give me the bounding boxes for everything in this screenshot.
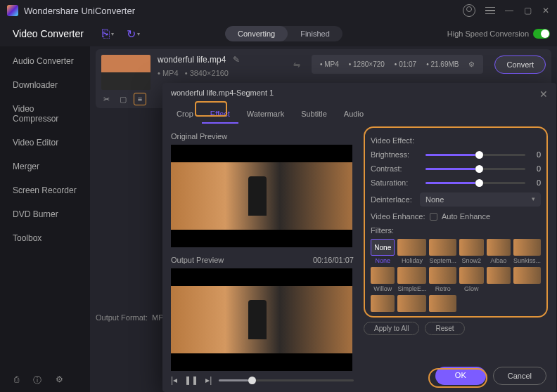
apply-to-all-button[interactable]: Apply to All — [364, 322, 419, 335]
contrast-label: Contrast: — [371, 164, 420, 173]
filter-aibao[interactable]: Aibao — [487, 239, 511, 264]
output-size: 21.69MB — [430, 60, 459, 68]
output-format-label: Output Format: — [96, 313, 148, 322]
help-icon[interactable]: ⎙ — [14, 374, 19, 386]
play-pause-icon[interactable]: ❚❚ — [184, 375, 198, 385]
menu-icon[interactable] — [485, 7, 495, 15]
output-settings[interactable]: • MP4 • 1280×720 • 01:07 • 21.69MB ⚙ — [312, 55, 484, 74]
filter-item[interactable] — [371, 295, 395, 313]
saturation-slider[interactable] — [425, 182, 525, 184]
input-format: MP4 — [162, 69, 179, 77]
sidebar-item-screen-recorder[interactable]: Screen Recorder — [0, 178, 90, 202]
sidebar-item-downloader[interactable]: Downloader — [0, 73, 90, 97]
video-thumbnail[interactable] — [101, 55, 151, 90]
modal-title: wonderful life.mp4-Segment 1 — [171, 89, 274, 100]
effect-modal: wonderful life.mp4-Segment 1 ✕ Crop Effe… — [162, 83, 556, 392]
hsc-toggle[interactable] — [533, 29, 550, 39]
contrast-value: 0 — [531, 164, 541, 173]
output-resolution: 1280×720 — [353, 60, 385, 68]
swap-icon[interactable]: ⇋ — [293, 60, 300, 70]
gear-icon[interactable]: ⚙ — [468, 60, 475, 68]
tab-converting[interactable]: Converting — [225, 26, 288, 41]
app-title: Wondershare UniConverter — [24, 6, 463, 16]
sidebar-item-video-editor[interactable]: Video Editor — [0, 131, 90, 155]
cancel-button[interactable]: Cancel — [493, 367, 546, 385]
ok-button[interactable]: OK — [435, 367, 486, 385]
download-button[interactable]: ↻▾ — [125, 26, 141, 41]
contrast-slider[interactable] — [425, 168, 525, 170]
output-preview — [171, 268, 352, 371]
filter-glow[interactable]: Glow — [459, 267, 483, 292]
settings-icon[interactable]: ⚙ — [56, 374, 63, 386]
filter-simplee[interactable]: SimpleE... — [397, 267, 426, 292]
filter-item[interactable] — [397, 295, 426, 313]
next-frame-icon[interactable]: ▸| — [205, 375, 212, 385]
info-icon[interactable]: ⓘ — [33, 374, 41, 386]
tab-watermark[interactable]: Watermark — [238, 105, 293, 124]
brightness-slider[interactable] — [425, 154, 525, 156]
tab-crop[interactable]: Crop — [168, 105, 202, 124]
output-duration: 01:07 — [399, 60, 416, 68]
filter-willow[interactable]: Willow — [371, 267, 395, 292]
filter-item[interactable] — [487, 267, 511, 292]
sidebar-item-audio-converter[interactable]: Audio Converter — [0, 49, 90, 73]
tab-finished[interactable]: Finished — [288, 26, 342, 41]
sidebar-item-video-compressor[interactable]: Video Compressor — [0, 97, 90, 131]
playback-time: 00:16/01:07 — [313, 256, 354, 264]
filter-item[interactable] — [513, 267, 541, 292]
saturation-value: 0 — [531, 178, 541, 187]
hsc-label: High Speed Conversion — [447, 30, 529, 38]
sidebar-item-merger[interactable]: Merger — [0, 155, 90, 178]
output-format: MP4 — [324, 60, 339, 68]
original-preview-label: Original Preview — [171, 132, 354, 141]
tab-effect[interactable]: Effect — [202, 105, 238, 124]
deinterlace-select[interactable]: None▾ — [420, 192, 541, 207]
effect-icon[interactable]: ≡ — [134, 93, 146, 105]
convert-button[interactable]: Convert — [494, 55, 546, 74]
tab-subtitle[interactable]: Subtitle — [293, 105, 335, 124]
deinterlace-value: None — [425, 195, 444, 204]
modal-close-icon[interactable]: ✕ — [539, 89, 548, 100]
prev-frame-icon[interactable]: |◂ — [171, 375, 177, 385]
filter-snow2[interactable]: Snow2 — [459, 239, 483, 264]
input-resolution: 3840×2160 — [190, 69, 229, 77]
original-preview — [171, 145, 352, 247]
deinterlace-label: Deinterlace: — [371, 195, 420, 204]
video-filename: wonderful life.mp4 — [158, 55, 226, 65]
filters-label: Filters: — [371, 226, 541, 235]
crop-icon[interactable]: ▢ — [117, 93, 129, 105]
close-icon[interactable]: ✕ — [542, 6, 550, 15]
playback-slider[interactable] — [219, 379, 354, 381]
video-effect-label: Video Effect: — [371, 136, 541, 145]
sidebar-item-toolbox[interactable]: Toolbox — [0, 226, 90, 250]
chevron-down-icon: ▾ — [532, 195, 535, 204]
filter-none[interactable]: NoneNone — [371, 239, 395, 264]
filter-holiday[interactable]: Holiday — [397, 239, 426, 264]
account-icon[interactable] — [463, 4, 475, 17]
filter-september[interactable]: Septem... — [429, 239, 456, 264]
filter-sunkiss[interactable]: Sunkiss... — [513, 239, 541, 264]
saturation-label: Saturation: — [371, 178, 420, 187]
app-logo — [7, 5, 18, 16]
auto-enhance-checkbox[interactable] — [430, 213, 437, 221]
output-preview-label: Output Preview — [171, 256, 224, 264]
filter-item[interactable] — [429, 295, 456, 313]
edit-name-icon[interactable]: ✎ — [233, 55, 240, 65]
brightness-label: Brightness: — [371, 150, 420, 159]
filter-retro[interactable]: Retro — [429, 267, 456, 292]
tab-audio[interactable]: Audio — [335, 105, 372, 124]
module-title: Video Converter — [0, 28, 90, 39]
auto-enhance-label: Auto Enhance — [442, 212, 490, 221]
minimize-icon[interactable]: — — [505, 6, 513, 15]
brightness-value: 0 — [531, 150, 541, 159]
reset-button[interactable]: Reset — [425, 322, 464, 335]
sidebar-item-dvd-burner[interactable]: DVD Burner — [0, 202, 90, 226]
add-file-button[interactable]: ⎘▾ — [100, 26, 115, 41]
video-enhance-label: Video Enhance: — [371, 212, 430, 221]
maximize-icon[interactable]: ▢ — [523, 6, 532, 15]
trim-icon[interactable]: ✂ — [100, 93, 113, 105]
